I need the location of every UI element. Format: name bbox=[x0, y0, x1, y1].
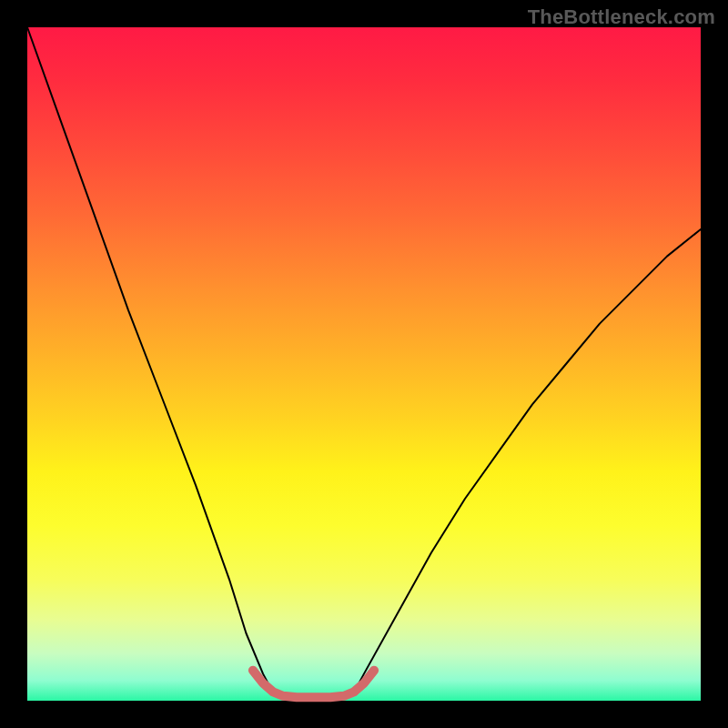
curve-bottom-u bbox=[253, 671, 374, 698]
curve-right bbox=[354, 229, 701, 693]
chart-frame: TheBottleneck.com bbox=[0, 0, 728, 728]
watermark-text: TheBottleneck.com bbox=[528, 5, 715, 29]
curve-left bbox=[27, 27, 273, 693]
plot-svg bbox=[27, 27, 701, 701]
